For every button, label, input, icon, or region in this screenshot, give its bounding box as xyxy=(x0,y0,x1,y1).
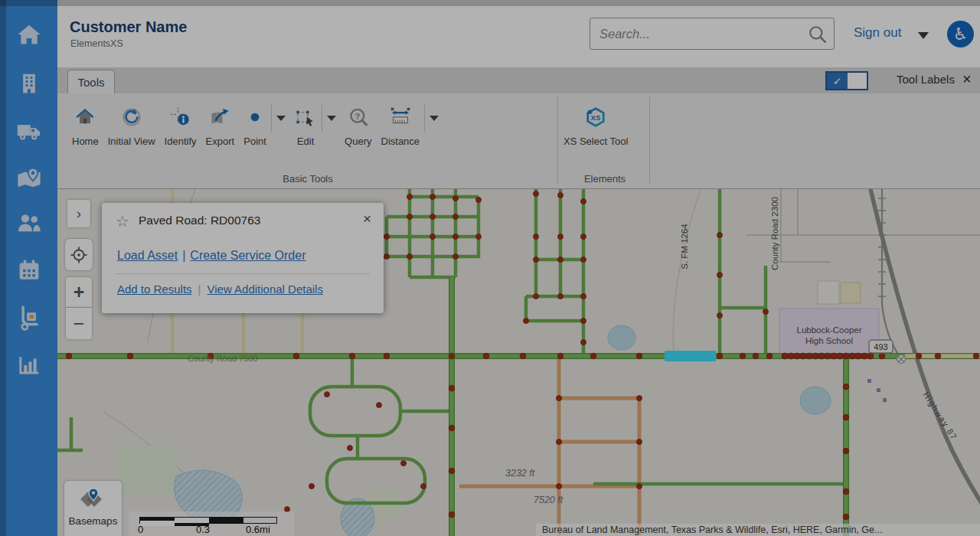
basemaps-button[interactable]: Basemaps xyxy=(64,481,122,536)
chevron-down-icon xyxy=(276,116,286,121)
chevron-down-icon xyxy=(430,116,439,121)
distance-dropdown-button[interactable] xyxy=(424,104,443,132)
view-additional-details-link[interactable]: View Additional Details xyxy=(207,283,322,296)
svg-text:7520 ft: 7520 ft xyxy=(534,495,564,505)
add-to-results-link[interactable]: Add to Results xyxy=(117,283,192,296)
app-window: S. FM 1264 County Road 2300 County Road … xyxy=(0,0,980,536)
tool-distance-split: Distance xyxy=(377,103,443,150)
map-attribution: Bureau of Land Management, Texas Parks &… xyxy=(536,524,980,536)
sign-out-caret-icon[interactable] xyxy=(918,32,929,39)
tool-point-split: Point xyxy=(239,103,289,150)
load-asset-link[interactable]: Load Asset xyxy=(117,249,178,262)
point-icon xyxy=(243,106,266,129)
tool-distance[interactable]: Distance xyxy=(377,103,425,150)
home-tool-icon xyxy=(74,106,96,129)
query-icon: ? xyxy=(347,106,370,129)
tool-export[interactable]: Export xyxy=(201,103,240,150)
svg-text:County Road 7500: County Road 7500 xyxy=(188,354,258,363)
search-input[interactable] xyxy=(599,18,799,49)
edit-dropdown-button[interactable] xyxy=(322,104,340,132)
campus-building xyxy=(818,281,839,304)
tool-initial-view[interactable]: Initial View xyxy=(103,103,160,150)
zoom-out-button[interactable]: − xyxy=(66,308,92,339)
selected-road-segment[interactable] xyxy=(665,351,716,361)
svg-text:S. FM 1264: S. FM 1264 xyxy=(680,224,689,270)
sign-out-button[interactable]: Sign out xyxy=(854,25,901,41)
pond-2 xyxy=(800,387,831,414)
group-label-basic-tools: Basic Tools xyxy=(283,173,333,185)
sidebar-item-fleet[interactable] xyxy=(0,113,57,149)
people-icon xyxy=(15,209,43,237)
initial-view-icon xyxy=(120,106,143,129)
top-header: Customer Name ElementsXS Sign out ♿ xyxy=(57,0,980,67)
tool-point[interactable]: Point xyxy=(239,103,271,150)
wheelchair-icon: ♿ xyxy=(953,25,969,44)
tool-labels-toggle[interactable]: ✓ xyxy=(825,71,868,90)
panel-expand-button[interactable]: › xyxy=(67,200,90,227)
tool-edit[interactable]: Edit xyxy=(289,103,322,150)
locate-button[interactable] xyxy=(65,239,93,270)
calendar-icon xyxy=(15,257,43,284)
sidebar-item-scheduling[interactable] xyxy=(0,253,57,288)
toggle-check: ✓ xyxy=(827,73,848,89)
tool-xs-select[interactable]: XS XS Select Tool xyxy=(559,103,632,150)
scale-end: 0.6mi xyxy=(246,524,270,535)
check-icon: ✓ xyxy=(833,75,842,87)
identify-icon xyxy=(169,106,192,129)
distance-icon xyxy=(389,106,412,129)
point-dropdown-button[interactable] xyxy=(271,104,289,132)
popup-secondary-row: Add to Results|View Additional Details xyxy=(117,283,323,296)
link-separator-2: | xyxy=(198,283,201,296)
svg-text:County Road 2300: County Road 2300 xyxy=(770,197,779,270)
sidebar-item-reports[interactable] xyxy=(0,348,57,384)
group-label-elements: Elements xyxy=(584,173,626,185)
popup-close-button[interactable]: × xyxy=(363,211,371,227)
svg-text:Lubbock-Cooper: Lubbock-Cooper xyxy=(796,325,861,335)
sidebar-item-organization[interactable] xyxy=(0,66,57,101)
accessibility-button[interactable]: ♿ xyxy=(947,21,974,47)
building-icon xyxy=(15,70,43,97)
svg-text:High School: High School xyxy=(805,336,853,345)
tool-query[interactable]: ? Query xyxy=(340,103,376,150)
edit-icon xyxy=(294,106,317,129)
search-icon[interactable] xyxy=(808,25,828,44)
link-separator: | xyxy=(182,249,185,262)
tool-edit-split: Edit xyxy=(289,103,340,150)
home-icon xyxy=(15,21,43,48)
truck-icon xyxy=(15,117,43,145)
ribbon-close-button[interactable]: × xyxy=(962,70,972,88)
tool-identify[interactable]: Identify xyxy=(160,103,201,150)
export-icon xyxy=(208,106,231,129)
tab-tools[interactable]: Tools xyxy=(67,70,115,93)
scale-bar: 0 0.3 0.6mi xyxy=(129,511,294,536)
svg-text:?: ? xyxy=(354,111,360,121)
popup-actions-row: Load Asset|Create Service Order xyxy=(117,249,306,263)
ribbon-tabstrip: Tools ✓ Tool Labels × xyxy=(57,67,980,93)
sidebar-item-customers[interactable] xyxy=(0,205,57,240)
route-badge: 493 xyxy=(869,340,893,353)
popup-divider xyxy=(116,273,370,274)
park-area xyxy=(117,446,177,493)
popup-title: Paved Road: RD00763 xyxy=(139,214,260,227)
ribbon-toolbar: Home Initial View Identify Export Point xyxy=(57,93,980,189)
search-box xyxy=(590,18,835,50)
hand-truck-icon xyxy=(15,304,43,332)
basemaps-label: Basemaps xyxy=(69,515,118,527)
sidebar-item-home[interactable] xyxy=(0,17,57,52)
svg-text:3232 ft: 3232 ft xyxy=(505,468,535,479)
bar-chart-icon xyxy=(15,352,43,380)
svg-text:XS: XS xyxy=(591,113,601,122)
svg-text:493: 493 xyxy=(874,342,887,351)
zoom-in-button[interactable]: + xyxy=(66,277,92,308)
rail-crossing-icon xyxy=(897,355,906,364)
feature-popup: ☆ Paved Road: RD00763 × Load Asset|Creat… xyxy=(102,203,384,313)
group-separator xyxy=(557,96,558,184)
app-sidebar xyxy=(0,0,57,536)
tool-home[interactable]: Home xyxy=(67,103,103,150)
xs-select-icon: XS xyxy=(584,106,607,129)
create-service-order-link[interactable]: Create Service Order xyxy=(190,249,305,262)
favorite-star-icon[interactable]: ☆ xyxy=(116,212,129,230)
sidebar-item-inventory[interactable] xyxy=(0,300,57,335)
sidebar-item-map[interactable] xyxy=(0,161,57,196)
basemaps-icon xyxy=(78,486,109,512)
